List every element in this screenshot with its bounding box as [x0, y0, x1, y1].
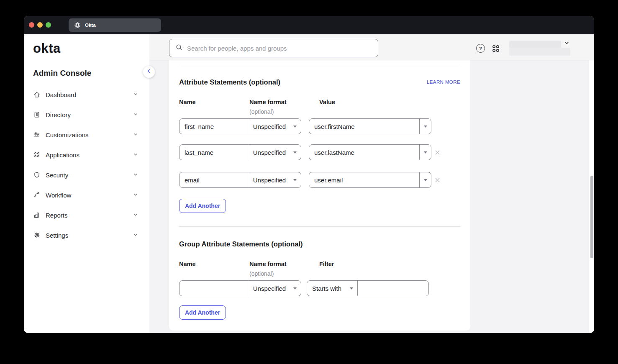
browser-tab[interactable]: Okta	[69, 18, 161, 32]
chevron-left-icon	[146, 68, 152, 76]
name-format-select[interactable]: Unspecified	[248, 281, 301, 296]
caret-down-icon	[424, 151, 427, 154]
chevron-down-icon	[133, 111, 138, 119]
column-header-optional-note: (optional)	[249, 108, 274, 116]
minimize-window-button[interactable]	[37, 22, 43, 28]
attribute-row: Unspecified	[169, 118, 470, 134]
name-format-select[interactable]: Unspecified	[248, 145, 301, 160]
name-format-select[interactable]: Unspecified	[248, 172, 301, 187]
zoom-window-button[interactable]	[46, 22, 51, 28]
add-another-group-attribute-button[interactable]: Add Another	[179, 305, 226, 320]
window-controls	[29, 22, 51, 28]
name-format-value: Unspecified	[253, 149, 286, 156]
shield-icon	[33, 171, 41, 179]
learn-more-link[interactable]: LEARN MORE	[427, 79, 460, 85]
sidebar-item-customizations[interactable]: Customizations	[24, 125, 149, 145]
dots-grid-icon	[491, 44, 500, 53]
column-header-value: Value	[319, 98, 335, 106]
close-icon	[435, 150, 440, 155]
sidebar-item-dashboard[interactable]: Dashboard	[24, 85, 149, 105]
global-search	[169, 39, 378, 57]
search-input[interactable]	[187, 45, 378, 52]
value-dropdown-button[interactable]	[419, 172, 431, 187]
attribute-value-input[interactable]	[309, 149, 419, 156]
add-another-attribute-button[interactable]: Add Another	[179, 199, 226, 213]
chevron-down-icon	[133, 192, 138, 199]
chevron-down-icon	[564, 40, 570, 48]
sidebar-item-label: Customizations	[46, 131, 89, 138]
group-attribute-statements-title: Group Attribute Statements (optional)	[179, 240, 303, 248]
desktop: Okta okta Admin Console Dashboard	[0, 0, 618, 364]
group-name-input[interactable]	[180, 285, 248, 292]
column-header-name: Name	[179, 98, 196, 106]
close-icon	[435, 177, 440, 183]
close-window-button[interactable]	[29, 22, 34, 28]
caret-down-icon	[350, 287, 353, 290]
name-format-value: Unspecified	[253, 123, 286, 130]
group-attribute-row: Unspecified Starts with	[169, 280, 470, 296]
column-header-name-format: Name format	[249, 260, 287, 268]
sidebar-item-workflow[interactable]: Workflow	[24, 185, 149, 205]
column-header-name: Name	[179, 260, 196, 268]
attribute-value-input[interactable]	[309, 177, 419, 184]
scrollbar-track	[589, 60, 594, 333]
workflow-icon	[33, 191, 41, 199]
admin-console-title: Admin Console	[33, 69, 91, 78]
attribute-name-input[interactable]	[180, 177, 248, 184]
sidebar-item-label: Reports	[46, 212, 68, 219]
attribute-statements-title: Attribute Statements (optional)	[179, 78, 280, 86]
section-divider	[179, 226, 460, 227]
caret-down-icon	[293, 151, 297, 154]
account-menu[interactable]	[509, 41, 594, 56]
attribute-row: Unspecified	[169, 144, 470, 160]
sidebar-item-label: Settings	[46, 232, 68, 239]
value-dropdown-button[interactable]	[419, 145, 431, 160]
sidebar-nav: Dashboard Directory	[24, 85, 149, 245]
sidebar-item-label: Directory	[46, 111, 71, 118]
okta-logo: okta	[33, 41, 61, 56]
value-dropdown-button[interactable]	[419, 119, 431, 134]
caret-down-icon	[424, 179, 427, 181]
filter-value-input[interactable]	[358, 285, 428, 292]
scrollbar-thumb[interactable]	[590, 176, 593, 258]
name-format-value: Unspecified	[253, 177, 286, 184]
attribute-value-input[interactable]	[309, 123, 419, 130]
chevron-down-icon	[133, 232, 138, 239]
chevron-down-icon	[133, 172, 138, 179]
chevron-down-icon	[133, 131, 138, 139]
chevron-down-icon	[133, 212, 138, 219]
remove-row-button[interactable]	[433, 148, 441, 156]
caret-down-icon	[424, 126, 427, 128]
settings-card: Attribute Statements (optional) LEARN MO…	[169, 60, 470, 331]
name-format-select[interactable]: Unspecified	[248, 119, 301, 134]
sidebar-item-applications[interactable]: Applications	[24, 145, 149, 165]
sidebar-item-directory[interactable]: Directory	[24, 105, 149, 125]
redacted-org-name	[509, 48, 570, 56]
sidebar: okta Admin Console Dashboard	[24, 34, 149, 333]
app-switcher-button[interactable]	[491, 44, 500, 53]
redacted-username	[509, 41, 561, 48]
topbar: ?	[149, 34, 594, 60]
search-icon	[175, 44, 183, 53]
sidebar-item-security[interactable]: Security	[24, 165, 149, 185]
caret-down-icon	[293, 126, 297, 128]
chevron-down-icon	[133, 91, 138, 99]
attribute-name-input[interactable]	[180, 149, 248, 156]
sidebar-item-reports[interactable]: Reports	[24, 205, 149, 225]
caret-down-icon	[293, 287, 297, 290]
main-content: Attribute Statements (optional) LEARN MO…	[149, 60, 594, 333]
attribute-name-input[interactable]	[180, 123, 248, 130]
chevron-down-icon	[133, 151, 138, 159]
attribute-row: Unspecified	[169, 172, 470, 188]
tab-title: Okta	[85, 23, 96, 28]
browser-chrome: Okta	[24, 16, 594, 34]
remove-row-button[interactable]	[433, 176, 441, 184]
sidebar-collapse-button[interactable]	[143, 66, 155, 78]
sidebar-item-settings[interactable]: Settings	[24, 225, 149, 245]
help-button[interactable]: ?	[476, 44, 485, 53]
filter-type-select[interactable]: Starts with	[307, 281, 358, 296]
column-header-optional-note: (optional)	[249, 269, 274, 278]
sidebar-item-label: Workflow	[46, 192, 71, 199]
sidebar-item-label: Applications	[46, 151, 79, 159]
id-badge-icon	[33, 111, 41, 118]
